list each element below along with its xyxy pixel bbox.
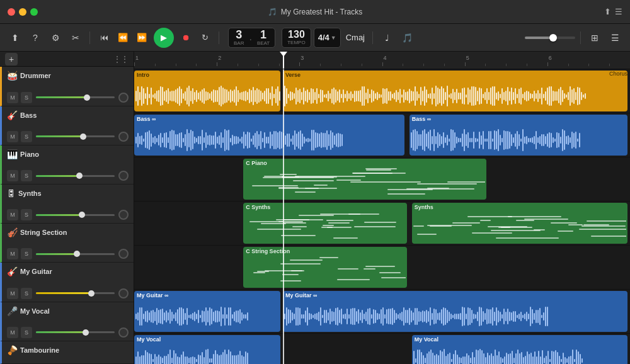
region-synths-2[interactable]: Synths [412,203,627,244]
tuning-button[interactable]: ♩ [378,29,396,47]
track-row-guitar: My Guitar ∞ My Guitar ∞ [134,290,630,334]
position-display[interactable]: 3 BAR . 1 BEAT [228,28,275,48]
settings-button[interactable]: ⚙ [47,29,64,47]
loop-button[interactable]: ↻ [196,29,214,47]
minimize-button[interactable] [19,8,26,16]
region-intro[interactable]: Intro [134,71,280,111]
vol-thumb-vocal[interactable] [83,329,89,336]
vol-slider-strings[interactable] [36,253,115,255]
vol-slider-drummer[interactable] [36,96,115,98]
track-controls-piano: M S [7,170,129,181]
share-icon[interactable]: ⬆ [604,7,611,16]
key-display[interactable]: Cmaj [343,33,367,42]
ruler-submark [609,64,610,66]
toolbar: ⬆ ? ⚙ ✂ ⏮ ⏪ ⏩ ▶ ⏺ ↻ 3 BAR . 1 BEAT 130 T… [0,24,630,52]
headphones-button-piano[interactable]: S [21,170,32,181]
track-item-drummer[interactable]: 🥁 Drummer M S [0,67,134,106]
inspector-button[interactable]: ☰ [606,29,624,47]
region-label-guitar-1: My Guitar ∞ [134,291,171,300]
vol-thumb-strings[interactable] [74,251,80,257]
headphones-button-vocal[interactable]: S [21,327,32,338]
rewind-button[interactable]: ⏮ [95,29,113,47]
metronome-button[interactable]: 🎵 [398,29,416,47]
mute-button-strings[interactable]: M [7,248,18,259]
forward-button[interactable]: ⏩ [133,29,151,47]
region-bass-2[interactable]: Bass ∞ [410,115,627,156]
mute-button-guitar[interactable]: M [7,288,18,299]
track-controls-vocal: M S [7,327,129,338]
vol-thumb-drummer[interactable] [84,94,90,101]
master-vol-slider[interactable] [525,37,575,39]
mute-button-synths[interactable]: M [7,209,18,220]
region-guitar-1[interactable]: My Guitar ∞ [134,291,280,332]
bar-value: 3 [236,29,242,40]
region-strings[interactable]: C String Section [243,247,407,288]
vol-slider-vocal[interactable] [36,331,115,333]
region-guitar-2[interactable]: My Guitar ∞ [283,291,627,332]
vol-slider-piano[interactable] [36,175,115,177]
vol-slider-synths[interactable] [36,214,115,216]
track-item-vocal[interactable]: 🎤 My Vocal M S [0,302,134,341]
track-icon-guitar: 🎸 [7,266,18,276]
track-name-piano: Piano [20,151,39,158]
play-button[interactable]: ▶ [154,28,174,48]
track-item-bass[interactable]: 🎸 Bass M S [0,106,134,145]
headphones-button-strings[interactable]: S [21,248,32,259]
vol-thumb-bass[interactable] [80,134,86,140]
vol-thumb-synths[interactable] [79,212,85,218]
headphones-button-guitar[interactable]: S [21,288,32,299]
time-sig-display[interactable]: 4/4 ▼ [314,28,341,48]
pan-knob-strings[interactable] [118,249,129,259]
headphones-button-bass[interactable]: S [21,131,32,142]
pan-knob-guitar[interactable] [118,288,129,299]
add-track-button[interactable]: + [5,53,18,65]
playhead[interactable] [283,52,284,69]
mute-button-vocal[interactable]: M [7,327,18,338]
region-synths-1[interactable]: C Synths [243,203,407,244]
vol-thumb-piano[interactable] [76,173,83,179]
document-icon: 🎵 [268,8,277,16]
help-button[interactable]: ? [26,29,44,47]
ruler-mark-4: 4 [382,55,387,66]
headphones-button-synths[interactable]: S [21,209,32,220]
track-item-guitar[interactable]: 🎸 My Guitar M S [0,263,134,302]
region-piano[interactable]: C Piano [243,159,486,200]
waveform-guitar-1 [134,301,280,332]
close-button[interactable] [8,8,15,16]
browser-button[interactable]: ⊞ [586,29,604,47]
track-row-strings: C String Section [134,246,630,290]
region-verse[interactable]: Verse [283,71,627,111]
vol-slider-guitar[interactable] [36,292,115,294]
headphones-button-drummer[interactable]: S [21,92,32,103]
track-name-strings: String Section [20,229,67,236]
record-button[interactable]: ⏺ [177,29,195,47]
pan-knob-synths[interactable] [118,210,129,220]
track-icon-drummer: 🥁 [7,71,18,81]
scissors-button[interactable]: ✂ [67,29,84,47]
pan-knob-bass[interactable] [118,132,129,142]
vol-thumb-guitar[interactable] [88,290,94,297]
pan-knob-vocal[interactable] [118,327,129,338]
mute-button-bass[interactable]: M [7,131,18,142]
zoom-button[interactable] [30,8,38,16]
mute-button-drummer[interactable]: M [7,92,18,103]
tempo-display[interactable]: 130 TEMPO [282,28,311,48]
mute-button-piano[interactable]: M [7,170,18,181]
pan-knob-piano[interactable] [118,171,129,181]
track-icon-piano: 🎹 [7,149,18,159]
track-item-tambourine[interactable]: 🪘 Tambourine [0,341,134,364]
track-item-synths[interactable]: 🎛 Synths M S [0,185,134,224]
track-item-piano[interactable]: 🎹 Piano M S [0,145,134,185]
midi-notes-strings [244,256,406,287]
skip-back-button[interactable]: ⏪ [114,29,132,47]
track-item-strings[interactable]: 🎻 String Section M S [0,224,134,263]
region-vocal-2[interactable]: My Vocal [412,335,627,364]
settings-icon[interactable]: ☰ [615,7,622,16]
go-to-beginning-button[interactable]: ⬆ [6,29,24,47]
vol-slider-bass[interactable] [36,135,115,137]
region-vocal-1[interactable]: My Vocal [134,335,280,364]
region-bass-1[interactable]: Bass ∞ [134,115,404,156]
master-vol-thumb[interactable] [549,34,557,42]
pan-knob-drummer[interactable] [118,93,129,103]
ruler-submark [423,64,424,66]
